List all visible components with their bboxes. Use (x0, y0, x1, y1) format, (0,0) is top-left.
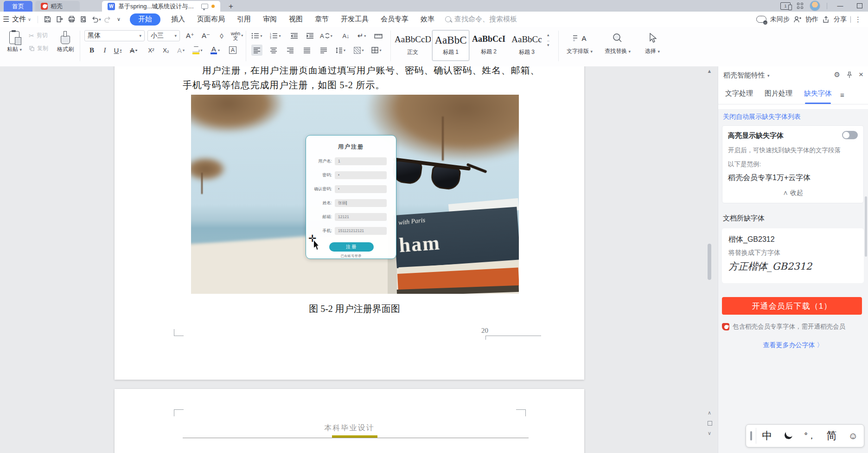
bullet-list-button[interactable]: ▾ (251, 30, 262, 41)
undo-button[interactable]: ▾ (90, 14, 102, 25)
style-heading3[interactable]: AaBbCc 标题 3 (508, 30, 545, 61)
sort-button[interactable]: A↓ (340, 30, 351, 41)
user-avatar[interactable] (810, 0, 820, 11)
close-icon[interactable]: × (859, 70, 863, 79)
style-normal[interactable]: AaBbCcD 正文 (394, 30, 431, 61)
menu-item-section[interactable]: 章节 (309, 15, 335, 24)
print-button[interactable] (66, 14, 78, 25)
minimize-button[interactable]: — (834, 1, 847, 11)
numbered-list-button[interactable]: 123▾ (270, 30, 281, 41)
ime-halfwidth-icon[interactable] (778, 430, 799, 442)
panel-tab-menu-icon[interactable]: ≡ (840, 91, 844, 99)
font-color-button[interactable]: A▾ (210, 45, 221, 56)
text-layout-button[interactable]: A 文字排版 ▾ (565, 30, 594, 55)
menu-item-insert[interactable]: 插入 (165, 15, 191, 24)
menu-item-efficiency[interactable]: 效率 (415, 15, 440, 24)
figure-image[interactable]: with Paris ham 用户注册 用户名: (191, 95, 519, 294)
menu-item-home[interactable]: 开始 (130, 13, 160, 26)
menu-item-references[interactable]: 引用 (231, 15, 257, 24)
more-commands-icon[interactable]: ∨ (117, 16, 121, 22)
ime-language-mode[interactable]: 中 (756, 429, 778, 443)
shading-button[interactable]: ▾ (353, 45, 364, 56)
menu-item-member[interactable]: 会员专享 (375, 15, 415, 24)
document-scrollbar-thumb[interactable] (708, 244, 711, 280)
phonetic-guide-button[interactable]: wén文▾ (231, 30, 243, 41)
tab-text-processing[interactable]: 文字处理 (725, 89, 753, 101)
presentation-mode-icon[interactable] (201, 4, 208, 9)
character-border-button[interactable]: A (227, 45, 238, 56)
distribute-button[interactable] (318, 45, 329, 56)
menu-item-dev-tools[interactable]: 开发工具 (335, 15, 375, 24)
download-membership-button[interactable]: 开通会员后下载（1） (722, 297, 862, 315)
paste-button[interactable]: 粘贴 ▾ (4, 29, 25, 53)
decrease-font-button[interactable]: A⁻ (200, 30, 211, 41)
align-left-button[interactable] (251, 45, 262, 56)
italic-button[interactable]: I (99, 45, 110, 56)
menu-item-review[interactable]: 审阅 (257, 15, 283, 24)
file-menu[interactable]: 文件∨ (12, 15, 31, 24)
style-heading1[interactable]: AaBbC 标题 1 (432, 30, 469, 61)
tab-document[interactable]: W 基于spring...城系统设计与实现 (102, 1, 220, 12)
subscript-button[interactable]: X₂ (160, 45, 172, 56)
sync-status-label[interactable]: 未同步 (770, 15, 790, 24)
hamburger-icon[interactable]: ☰ (3, 15, 9, 24)
font-name-combo[interactable]: 黑体▾ (84, 30, 145, 41)
device-sync-icon[interactable]: 1 (780, 2, 791, 10)
borders-button[interactable]: ▾ (371, 45, 382, 56)
decrease-indent-button[interactable] (288, 30, 300, 41)
cloud-sync-icon[interactable] (756, 16, 766, 23)
tab-image-processing[interactable]: 图片处理 (765, 89, 792, 101)
ime-punctuation-mode[interactable]: °， (799, 430, 821, 441)
panel-scrollbar-thumb[interactable] (865, 196, 867, 257)
increase-font-button[interactable]: A⁺ (185, 30, 196, 41)
more-fonts-link[interactable]: 查看更多办公字体 〉 (718, 341, 868, 349)
print-preview-button[interactable] (78, 14, 90, 25)
ime-simplified-mode[interactable]: 简 (821, 429, 842, 443)
new-tab-button[interactable]: + (225, 1, 237, 12)
panel-title[interactable]: 稻壳智能特性▾ (723, 71, 770, 80)
browse-object-button[interactable] (708, 421, 712, 426)
select-button[interactable]: 选择 ▾ (641, 30, 664, 55)
collapse-button[interactable]: ∧ 收起 (722, 189, 863, 197)
increase-indent-button[interactable] (304, 30, 315, 41)
collaborate-label[interactable]: 协作 (805, 15, 818, 24)
strikethrough-button[interactable]: A▾ (128, 45, 139, 56)
style-heading2[interactable]: AaBbCcI 标题 2 (470, 30, 507, 61)
line-spacing-button[interactable]: ▾ (335, 45, 346, 56)
highlight-toggle[interactable] (842, 131, 858, 139)
copy-button[interactable]: 复制 (29, 45, 48, 52)
command-search-field[interactable]: 查找命令、搜索模板 (445, 15, 517, 24)
gallery-up-icon[interactable]: ▴ (547, 32, 549, 37)
redo-button[interactable] (102, 14, 114, 25)
next-page-button[interactable]: ∨ (704, 430, 715, 436)
ime-drag-handle[interactable] (750, 431, 752, 440)
ime-emoji-icon[interactable]: ☺ (842, 431, 864, 441)
text-effects-button[interactable]: A▾ (175, 45, 186, 56)
align-center-button[interactable] (268, 45, 279, 56)
justify-button[interactable] (301, 45, 313, 56)
scroll-up-arrow[interactable]: ▲ (704, 68, 715, 74)
previous-page-button[interactable]: ∧ (704, 410, 715, 416)
clear-format-button[interactable]: ◊ (216, 30, 227, 41)
highlight-color-button[interactable]: ▾ (192, 45, 203, 56)
superscript-button[interactable]: X² (146, 45, 157, 56)
share-icon[interactable] (822, 16, 830, 23)
tab-missing-fonts[interactable]: 缺失字体 (804, 89, 832, 101)
auto-show-fonts-link[interactable]: 关闭自动展示缺失字体列表 (723, 113, 801, 121)
align-right-button[interactable] (285, 45, 296, 56)
document-page-2[interactable]: 本科毕业设计 (115, 389, 584, 453)
tab-ruler-button[interactable] (373, 30, 384, 41)
save-button[interactable] (42, 14, 54, 25)
tab-docer[interactable]: 稻壳 (35, 1, 80, 12)
character-scale-button[interactable]: A▾ (320, 30, 332, 41)
cut-button[interactable]: ✂剪切 (29, 32, 48, 39)
gear-icon[interactable]: ⚙ (834, 71, 840, 79)
export-button[interactable] (54, 14, 66, 25)
share-label[interactable]: 分享 (834, 15, 847, 24)
pin-icon[interactable] (846, 71, 853, 78)
font-size-combo[interactable]: 小三▾ (147, 30, 180, 41)
menu-item-view[interactable]: 视图 (283, 15, 309, 24)
underline-button[interactable]: U▾ (112, 45, 123, 56)
document-page-1[interactable]: 用户注册，在用户注册页面通过填写用户账号、密码、确认密码、姓名、邮箱、 手机号码… (115, 66, 584, 380)
gallery-down-icon[interactable]: ▾ (547, 41, 549, 47)
